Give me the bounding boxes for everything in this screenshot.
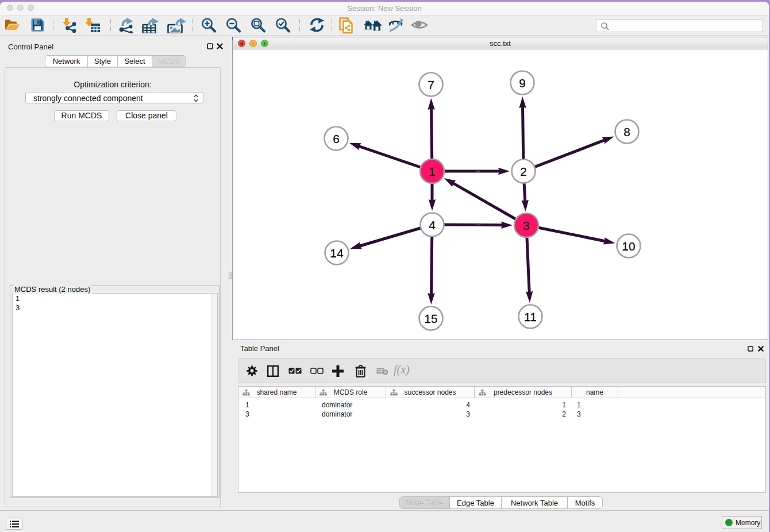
svg-text:4: 4: [429, 218, 436, 232]
svg-text:8: 8: [623, 125, 630, 138]
svg-text:14: 14: [330, 246, 344, 260]
svg-text:2: 2: [520, 165, 527, 178]
svg-text:1: 1: [429, 165, 436, 178]
svg-text:3: 3: [523, 219, 530, 232]
svg-text:15: 15: [424, 312, 437, 325]
svg-text:7: 7: [428, 78, 434, 91]
svg-text:6: 6: [333, 132, 340, 145]
svg-text:10: 10: [622, 240, 635, 253]
svg-text:9: 9: [519, 76, 526, 90]
svg-text:11: 11: [524, 310, 537, 323]
